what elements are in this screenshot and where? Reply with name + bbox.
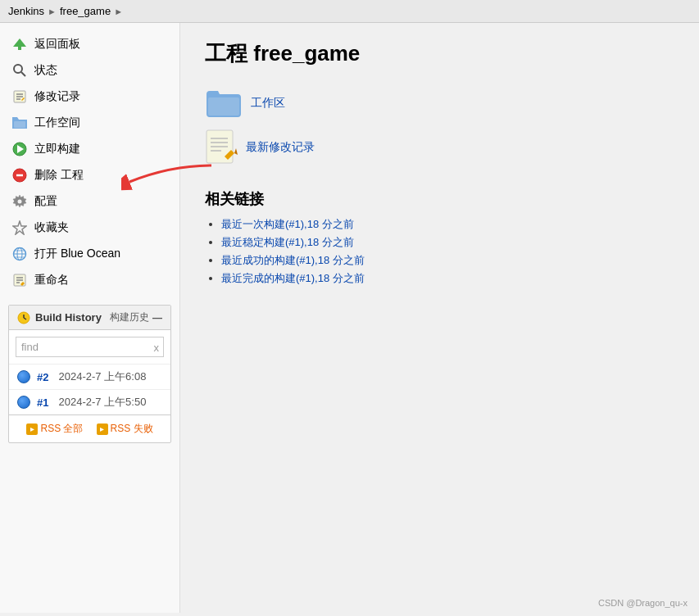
up-arrow-icon bbox=[11, 36, 28, 52]
related-section-title: 相关链接 bbox=[205, 189, 674, 209]
breadcrumb-sep-1: ► bbox=[48, 7, 57, 16]
workspace-folder-icon bbox=[205, 88, 243, 119]
breadcrumb: Jenkins ► free_game ► bbox=[0, 0, 699, 23]
sidebar-item-rename[interactable]: 重命名 bbox=[0, 267, 179, 293]
changelog-link[interactable]: 最新修改记录 bbox=[246, 140, 315, 155]
sidebar-blue-ocean-label: 打开 Blue Ocean bbox=[34, 247, 120, 261]
breadcrumb-sep-2: ► bbox=[114, 7, 123, 16]
page-title: 工程 free_game bbox=[205, 39, 674, 68]
related-links-section: 相关链接 最近一次构建(#1),18 分之前 最近稳定构建(#1),18 分之前… bbox=[205, 189, 674, 286]
sidebar-rename-label: 重命名 bbox=[34, 273, 69, 288]
gear-icon bbox=[11, 193, 28, 210]
content-area: 工程 free_game 工作区 bbox=[180, 23, 699, 613]
rss-all-link[interactable]: ▸ RSS 全部 bbox=[26, 422, 83, 436]
watermark: CSDN @Dragon_qu-x bbox=[598, 598, 688, 608]
sidebar-item-workspace[interactable]: 工作空间 bbox=[0, 110, 179, 136]
build-num-2[interactable]: #2 bbox=[37, 371, 48, 383]
table-row: #1 2024-2-7 上午5:50 bbox=[9, 389, 170, 414]
related-link-3[interactable]: 最近完成的构建(#1),18 分之前 bbox=[221, 272, 365, 284]
svg-line-3 bbox=[21, 72, 25, 76]
breadcrumb-free-game[interactable]: free_game bbox=[60, 5, 111, 17]
svg-marker-16 bbox=[13, 221, 26, 234]
list-item: 最近稳定构建(#1),18 分之前 bbox=[221, 235, 674, 250]
rss-all-icon: ▸ bbox=[26, 424, 38, 435]
sidebar-favorites-label: 收藏夹 bbox=[34, 220, 69, 235]
globe-icon bbox=[11, 246, 28, 262]
svg-point-15 bbox=[18, 200, 22, 204]
sidebar-buildnow-label: 立即构建 bbox=[34, 142, 80, 156]
sidebar-workspace-label: 工作空间 bbox=[34, 116, 80, 130]
rename-icon bbox=[11, 272, 28, 288]
quick-link-changelog: 最新修改记录 bbox=[205, 129, 674, 166]
build-history-panel: Build History 构建历史 — x #2 2024-2-7 上午6:0… bbox=[8, 305, 171, 443]
build-status-icon bbox=[17, 370, 30, 383]
svg-rect-1 bbox=[18, 46, 21, 50]
sidebar-item-status[interactable]: 状态 bbox=[0, 57, 179, 84]
sidebar-item-blue-ocean[interactable]: 打开 Blue Ocean bbox=[0, 241, 179, 267]
sidebar-delete-label: 删除 工程 bbox=[34, 168, 84, 183]
minus-icon[interactable]: — bbox=[152, 312, 162, 324]
related-link-1[interactable]: 最近稳定构建(#1),18 分之前 bbox=[221, 236, 354, 248]
rss-fail-link[interactable]: ▸ RSS 失败 bbox=[97, 422, 153, 436]
sidebar-back-label: 返回面板 bbox=[34, 37, 80, 52]
build-time-2: 2024-2-7 上午6:08 bbox=[58, 369, 146, 384]
sidebar-item-favorites[interactable]: 收藏夹 bbox=[0, 215, 179, 241]
svg-marker-37 bbox=[234, 148, 238, 155]
star-icon bbox=[11, 220, 28, 236]
build-history-title: Build History bbox=[17, 311, 102, 324]
find-input[interactable] bbox=[16, 337, 164, 357]
clock-icon bbox=[17, 311, 30, 324]
sidebar-item-build-now[interactable]: 立即构建 bbox=[0, 136, 179, 162]
build-time-1: 2024-2-7 上午5:50 bbox=[58, 395, 146, 410]
quick-link-workspace: 工作区 bbox=[205, 88, 674, 119]
sidebar-item-delete[interactable]: 删除 工程 bbox=[0, 162, 179, 188]
pencil-icon bbox=[11, 88, 28, 105]
list-item: 最近一次构建(#1),18 分之前 bbox=[221, 217, 674, 232]
table-row: #2 2024-2-7 上午6:08 bbox=[9, 364, 170, 389]
build-history-right: 构建历史 — bbox=[110, 310, 162, 324]
svg-rect-9 bbox=[14, 121, 25, 128]
related-link-2[interactable]: 最近成功的构建(#1),18 分之前 bbox=[221, 254, 365, 266]
svg-marker-0 bbox=[13, 38, 26, 47]
build-status-icon bbox=[17, 396, 30, 409]
search-icon bbox=[11, 62, 28, 79]
find-input-wrap: x bbox=[9, 330, 170, 364]
list-item: 最近完成的构建(#1),18 分之前 bbox=[221, 271, 674, 286]
list-item: 最近成功的构建(#1),18 分之前 bbox=[221, 253, 674, 268]
sidebar-status-label: 状态 bbox=[34, 63, 57, 78]
breadcrumb-jenkins[interactable]: Jenkins bbox=[8, 5, 44, 17]
notepad-icon bbox=[205, 129, 238, 166]
related-links-list: 最近一次构建(#1),18 分之前 最近稳定构建(#1),18 分之前 最近成功… bbox=[205, 217, 674, 286]
svg-rect-30 bbox=[208, 97, 239, 116]
build-icon bbox=[11, 141, 28, 157]
svg-point-2 bbox=[14, 65, 22, 73]
related-link-0[interactable]: 最近一次构建(#1),18 分之前 bbox=[221, 218, 354, 230]
sidebar: 返回面板 状态 修改记录 bbox=[0, 23, 180, 613]
sidebar-item-configure[interactable]: 配置 bbox=[0, 188, 179, 215]
main-layout: 返回面板 状态 修改记录 bbox=[0, 23, 699, 613]
build-history-footer: ▸ RSS 全部 ▸ RSS 失败 bbox=[9, 414, 170, 442]
build-history-right-label: 构建历史 bbox=[110, 310, 149, 324]
workspace-link[interactable]: 工作区 bbox=[251, 96, 285, 111]
sidebar-changelog-label: 修改记录 bbox=[34, 89, 80, 104]
rss-fail-label: RSS 失败 bbox=[111, 422, 153, 436]
sidebar-item-change-log[interactable]: 修改记录 bbox=[0, 84, 179, 110]
find-clear[interactable]: x bbox=[154, 341, 160, 353]
build-history-header: Build History 构建历史 — bbox=[9, 306, 170, 330]
build-num-1[interactable]: #1 bbox=[37, 396, 48, 409]
rss-all-label: RSS 全部 bbox=[40, 422, 83, 436]
build-history-title-text: Build History bbox=[35, 311, 102, 324]
delete-icon bbox=[11, 167, 28, 183]
sidebar-item-back-to-dashboard[interactable]: 返回面板 bbox=[0, 31, 179, 57]
quick-links: 工作区 最新修改记录 bbox=[205, 88, 674, 166]
sidebar-configure-label: 配置 bbox=[34, 194, 57, 209]
rss-fail-icon: ▸ bbox=[97, 424, 108, 435]
folder-icon bbox=[11, 115, 28, 131]
